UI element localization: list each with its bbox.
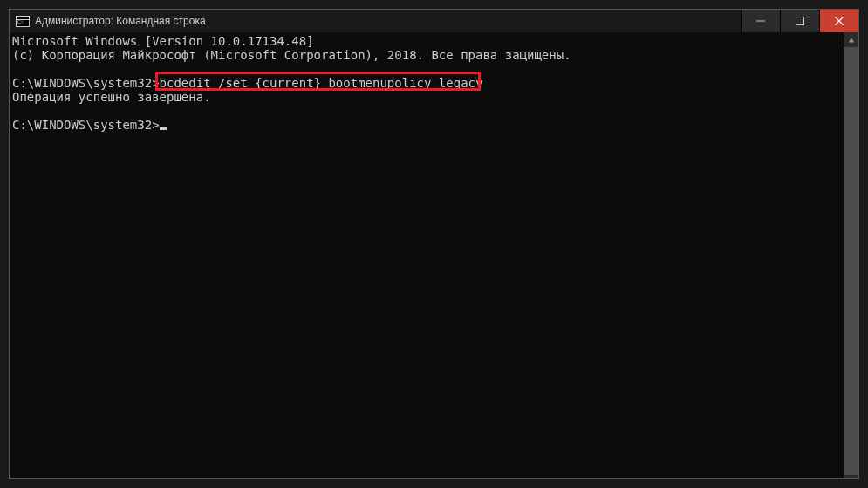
typed-command: bcdedit /set {current} bootmenupolicy le… (160, 76, 483, 90)
terminal-output[interactable]: Microsoft Windows [Version 10.0.17134.48… (10, 32, 844, 478)
prompt-path: C:\WINDOWS\system32> (12, 76, 160, 90)
command-line: C:\WINDOWS\system32>bcdedit /set {curren… (12, 76, 844, 90)
maximize-button[interactable] (780, 10, 819, 32)
output-line: (c) Корпорация Майкрософт (Microsoft Cor… (12, 48, 844, 62)
scroll-up-button[interactable] (844, 32, 858, 47)
window-controls (741, 10, 858, 32)
scrollbar-track[interactable] (844, 47, 858, 464)
svg-rect-1 (796, 17, 804, 25)
close-button[interactable] (819, 10, 858, 32)
prompt-path: C:\WINDOWS\system32> (12, 118, 160, 132)
cursor (160, 127, 167, 130)
window-title: Администратор: Командная строка (35, 15, 741, 27)
output-line: Microsoft Windows [Version 10.0.17134.48… (12, 34, 844, 48)
prompt-line: C:\WINDOWS\system32> (12, 118, 844, 132)
titlebar[interactable]: Администратор: Командная строка (10, 10, 858, 32)
vertical-scrollbar[interactable] (844, 32, 858, 478)
content-area: Microsoft Windows [Version 10.0.17134.48… (10, 32, 858, 478)
scrollbar-thumb[interactable] (844, 47, 858, 475)
minimize-button[interactable] (741, 10, 780, 32)
cmd-icon (16, 16, 30, 27)
cmd-window: Администратор: Командная строка Microsof… (9, 9, 859, 479)
output-line: Операция успешно завершена. (12, 90, 844, 104)
